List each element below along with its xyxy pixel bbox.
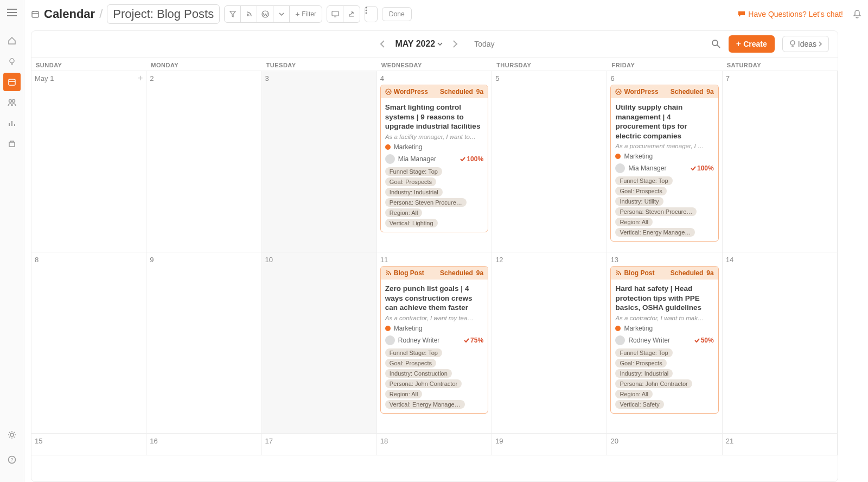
card-time: 9a [476,269,483,277]
category-dot [385,144,391,150]
card-title: Zero punch list goals | 4 ways construct… [385,284,483,313]
day-cell[interactable]: 18 [377,434,492,455]
calendar: MAY 2022 Today + Create Ideas [31,30,838,482]
svg-point-15 [712,40,718,46]
card-status: Scheduled [440,269,473,277]
create-button[interactable]: + Create [729,35,775,53]
day-cell[interactable]: 16 [146,434,261,455]
day-cell[interactable]: 9 [146,252,261,434]
day-cell[interactable]: 14 [723,252,838,434]
tag: Goal: Prospects [385,177,436,186]
project-name[interactable]: Project: Blog Posts [107,4,220,24]
day-cell[interactable]: 8 [31,252,146,434]
tag: Vertical: Energy Manage… [385,400,465,409]
nav-settings[interactable] [3,426,21,444]
content-card[interactable]: WordPressScheduled9aUtility supply chain… [610,85,718,242]
category-dot [385,326,391,331]
day-cell[interactable]: 11Blog PostScheduled9aZero punch list go… [377,252,492,434]
day-number: 19 [495,437,603,445]
filter-icon[interactable] [225,6,241,22]
tag: Region: All [385,390,423,398]
content-card[interactable]: Blog PostScheduled9aHard hat safety | He… [610,266,718,414]
breadcrumb-separator: / [99,7,103,21]
day-cell[interactable]: 17 [262,434,377,455]
card-time: 9a [706,88,713,96]
day-cell[interactable]: 13Blog PostScheduled9aHard hat safety | … [607,252,722,434]
day-cell[interactable]: 19 [492,434,607,455]
sidebar: ? [0,0,24,482]
nav-analytics[interactable] [3,114,21,132]
card-description: As a procurement manager, I … [615,143,713,149]
next-month[interactable] [447,36,463,52]
day-number: 12 [495,256,603,264]
tag: Industry: Construction [385,369,452,378]
chevron-down-icon[interactable] [273,6,290,22]
tag: Vertical: Lighting [385,219,438,227]
day-cell[interactable]: May 1+ [31,71,146,252]
day-cell[interactable]: 4WordPressScheduled9aSmart lighting cont… [377,71,492,252]
nav-help[interactable]: ? [3,451,21,469]
day-number: 10 [265,256,373,264]
day-number: 6 [610,74,718,83]
card-owner: Rodney Writer [398,337,439,344]
lightbulb-icon [789,40,796,48]
wordpress-icon[interactable] [257,6,273,22]
chat-link[interactable]: Have Questions? Let's chat! [737,10,843,18]
filter-button[interactable]: + Filter [290,6,322,22]
card-status: Scheduled [671,269,704,277]
dayname: THURSDAY [492,58,607,71]
dayname: TUESDAY [262,58,377,71]
share-icon[interactable] [343,6,360,22]
day-cell[interactable]: 12 [492,252,607,434]
ideas-button[interactable]: Ideas [782,36,829,52]
day-cell[interactable]: 6WordPressScheduled9aUtility supply chai… [607,71,722,252]
day-cell[interactable]: 3 [262,71,377,252]
svg-rect-1 [9,79,15,85]
card-type: WordPress [615,88,658,96]
bell-icon[interactable] [853,9,861,19]
day-number: 7 [726,74,834,83]
tag: Persona: John Contractor [385,379,462,388]
card-tags: Funnel Stage: TopGoal: ProspectsIndustry… [385,348,483,409]
svg-point-16 [790,41,795,45]
search-icon[interactable] [711,39,721,49]
day-cell[interactable]: 21 [723,434,838,455]
today-button[interactable]: Today [474,40,494,48]
chevron-right-icon [819,41,822,47]
tag: Industry: Industrial [385,188,443,196]
tag: Persona: Steven Procure… [385,198,467,207]
day-cell[interactable]: 7 [723,71,838,252]
more-icon[interactable] [365,6,378,22]
nav-assets[interactable] [3,135,21,153]
day-number: 20 [610,437,718,445]
day-cell[interactable]: 15 [31,434,146,455]
day-number: 3 [265,74,373,83]
prev-month[interactable] [374,36,391,52]
day-number: 17 [265,437,373,445]
done-button[interactable]: Done [382,7,412,21]
card-header: Blog PostScheduled9a [381,267,488,280]
day-number: 16 [150,437,258,445]
content-card[interactable]: WordPressScheduled9aSmart lighting contr… [380,85,488,232]
month-label[interactable]: MAY 2022 [395,39,443,49]
nav-ideas[interactable] [3,52,21,71]
rss-icon[interactable] [241,6,257,22]
card-category: Marketing [385,325,483,332]
nav-team[interactable] [3,93,21,112]
tag: Funnel Stage: Top [615,176,672,185]
nav-home[interactable] [3,31,21,50]
svg-point-2 [9,100,12,103]
day-cell[interactable]: 10 [262,252,377,434]
tag: Industry: Industrial [615,369,673,378]
tag: Persona: John Contractor [615,379,692,388]
day-cell[interactable]: 5 [492,71,607,252]
nav-calendar[interactable] [3,73,21,91]
hamburger-icon[interactable] [4,4,20,21]
day-number: May 1 [35,74,143,83]
add-icon[interactable]: + [138,73,143,83]
day-cell[interactable]: 20 [607,434,722,455]
day-cell[interactable]: 2 [146,71,261,252]
day-number: 21 [726,437,834,445]
content-card[interactable]: Blog PostScheduled9aZero punch list goal… [380,266,488,414]
display-icon[interactable] [327,6,343,22]
